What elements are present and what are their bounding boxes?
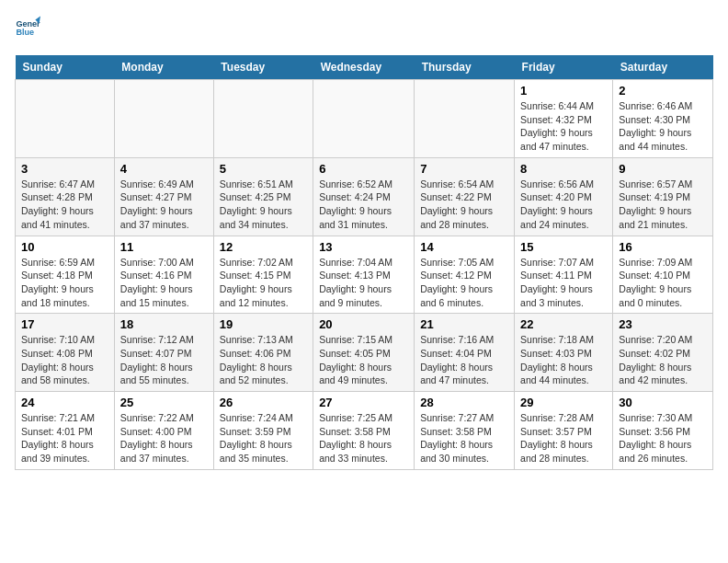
header-wednesday: Wednesday (313, 55, 415, 80)
logo-icon: General Blue (15, 15, 40, 40)
day-info: Sunrise: 6:52 AM Sunset: 4:24 PM Dayligh… (319, 178, 408, 232)
calendar-cell: 6Sunrise: 6:52 AM Sunset: 4:24 PM Daylig… (313, 157, 415, 236)
day-info: Sunrise: 6:54 AM Sunset: 4:22 PM Dayligh… (420, 178, 508, 232)
logo: General Blue (15, 15, 44, 40)
calendar-cell: 16Sunrise: 7:09 AM Sunset: 4:10 PM Dayli… (613, 236, 713, 314)
day-info: Sunrise: 7:25 AM Sunset: 3:58 PM Dayligh… (319, 411, 408, 465)
day-number: 7 (420, 162, 508, 176)
day-number: 4 (120, 162, 208, 176)
calendar-cell: 24Sunrise: 7:21 AM Sunset: 4:01 PM Dayli… (16, 392, 115, 470)
day-info: Sunrise: 7:16 AM Sunset: 4:04 PM Dayligh… (420, 333, 508, 387)
calendar-cell: 13Sunrise: 7:04 AM Sunset: 4:13 PM Dayli… (313, 236, 415, 314)
day-info: Sunrise: 7:10 AM Sunset: 4:08 PM Dayligh… (21, 333, 108, 387)
day-info: Sunrise: 6:49 AM Sunset: 4:27 PM Dayligh… (120, 178, 208, 232)
day-number: 16 (619, 240, 707, 254)
day-number: 14 (420, 240, 508, 254)
day-number: 27 (319, 396, 408, 409)
calendar-cell: 15Sunrise: 7:07 AM Sunset: 4:11 PM Dayli… (515, 236, 613, 314)
day-info: Sunrise: 6:56 AM Sunset: 4:20 PM Dayligh… (520, 178, 607, 232)
day-info: Sunrise: 7:02 AM Sunset: 4:15 PM Dayligh… (220, 256, 307, 310)
day-number: 28 (420, 396, 508, 409)
day-number: 15 (520, 240, 607, 254)
header-thursday: Thursday (415, 55, 515, 80)
day-number: 3 (21, 162, 108, 176)
day-number: 22 (520, 317, 607, 331)
calendar-cell: 26Sunrise: 7:24 AM Sunset: 3:59 PM Dayli… (213, 392, 313, 470)
day-info: Sunrise: 6:51 AM Sunset: 4:25 PM Dayligh… (220, 178, 307, 232)
calendar-cell (114, 80, 213, 158)
calendar-cell: 18Sunrise: 7:12 AM Sunset: 4:07 PM Dayli… (114, 314, 213, 392)
day-number: 29 (520, 396, 607, 409)
week-row-3: 17Sunrise: 7:10 AM Sunset: 4:08 PM Dayli… (16, 314, 713, 392)
day-info: Sunrise: 7:28 AM Sunset: 3:57 PM Dayligh… (520, 411, 607, 465)
calendar-cell: 3Sunrise: 6:47 AM Sunset: 4:28 PM Daylig… (16, 157, 115, 236)
calendar-cell (213, 80, 313, 158)
day-info: Sunrise: 7:18 AM Sunset: 4:03 PM Dayligh… (520, 333, 607, 387)
calendar-cell: 9Sunrise: 6:57 AM Sunset: 4:19 PM Daylig… (613, 157, 713, 236)
calendar-cell: 27Sunrise: 7:25 AM Sunset: 3:58 PM Dayli… (313, 392, 415, 470)
calendar-cell (16, 80, 115, 158)
calendar-cell (415, 80, 515, 158)
day-info: Sunrise: 6:57 AM Sunset: 4:19 PM Dayligh… (619, 178, 707, 232)
calendar-cell (313, 80, 415, 158)
week-row-1: 3Sunrise: 6:47 AM Sunset: 4:28 PM Daylig… (16, 157, 713, 236)
calendar-cell: 23Sunrise: 7:20 AM Sunset: 4:02 PM Dayli… (613, 314, 713, 392)
day-number: 11 (120, 240, 208, 254)
header-sunday: Sunday (16, 55, 115, 80)
calendar-cell: 8Sunrise: 6:56 AM Sunset: 4:20 PM Daylig… (515, 157, 613, 236)
day-number: 8 (520, 162, 607, 176)
week-row-2: 10Sunrise: 6:59 AM Sunset: 4:18 PM Dayli… (16, 236, 713, 314)
calendar-table: SundayMondayTuesdayWednesdayThursdayFrid… (15, 55, 713, 470)
day-number: 26 (220, 396, 307, 409)
calendar-cell: 2Sunrise: 6:46 AM Sunset: 4:30 PM Daylig… (613, 80, 713, 158)
calendar-cell: 29Sunrise: 7:28 AM Sunset: 3:57 PM Dayli… (515, 392, 613, 470)
header-monday: Monday (114, 55, 213, 80)
day-info: Sunrise: 7:22 AM Sunset: 4:00 PM Dayligh… (120, 411, 208, 465)
day-number: 30 (619, 396, 707, 409)
day-number: 24 (21, 396, 108, 409)
day-number: 12 (220, 240, 307, 254)
day-info: Sunrise: 7:09 AM Sunset: 4:10 PM Dayligh… (619, 256, 707, 310)
day-info: Sunrise: 7:24 AM Sunset: 3:59 PM Dayligh… (220, 411, 307, 465)
day-info: Sunrise: 6:44 AM Sunset: 4:32 PM Dayligh… (520, 99, 607, 154)
day-info: Sunrise: 7:30 AM Sunset: 3:56 PM Dayligh… (619, 411, 707, 465)
day-info: Sunrise: 7:04 AM Sunset: 4:13 PM Dayligh… (319, 256, 408, 310)
header-friday: Friday (515, 55, 613, 80)
week-row-4: 24Sunrise: 7:21 AM Sunset: 4:01 PM Dayli… (16, 392, 713, 470)
day-info: Sunrise: 7:07 AM Sunset: 4:11 PM Dayligh… (520, 256, 607, 310)
day-info: Sunrise: 6:59 AM Sunset: 4:18 PM Dayligh… (21, 256, 108, 310)
day-number: 1 (520, 84, 607, 98)
svg-text:Blue: Blue (16, 28, 34, 37)
calendar-cell: 10Sunrise: 6:59 AM Sunset: 4:18 PM Dayli… (16, 236, 115, 314)
calendar-cell: 25Sunrise: 7:22 AM Sunset: 4:00 PM Dayli… (114, 392, 213, 470)
day-number: 18 (120, 317, 208, 331)
calendar-cell: 22Sunrise: 7:18 AM Sunset: 4:03 PM Dayli… (515, 314, 613, 392)
calendar-cell: 14Sunrise: 7:05 AM Sunset: 4:12 PM Dayli… (415, 236, 515, 314)
calendar-cell: 20Sunrise: 7:15 AM Sunset: 4:05 PM Dayli… (313, 314, 415, 392)
day-info: Sunrise: 7:00 AM Sunset: 4:16 PM Dayligh… (120, 256, 208, 310)
day-number: 6 (319, 162, 408, 176)
calendar-cell: 1Sunrise: 6:44 AM Sunset: 4:32 PM Daylig… (515, 80, 613, 158)
day-info: Sunrise: 7:05 AM Sunset: 4:12 PM Dayligh… (420, 256, 508, 310)
calendar-cell: 12Sunrise: 7:02 AM Sunset: 4:15 PM Dayli… (213, 236, 313, 314)
day-number: 21 (420, 317, 508, 331)
calendar-cell: 7Sunrise: 6:54 AM Sunset: 4:22 PM Daylig… (415, 157, 515, 236)
day-info: Sunrise: 7:12 AM Sunset: 4:07 PM Dayligh… (120, 333, 208, 387)
day-info: Sunrise: 7:13 AM Sunset: 4:06 PM Dayligh… (220, 333, 307, 387)
calendar-cell: 11Sunrise: 7:00 AM Sunset: 4:16 PM Dayli… (114, 236, 213, 314)
calendar-cell: 30Sunrise: 7:30 AM Sunset: 3:56 PM Dayli… (613, 392, 713, 470)
day-number: 23 (619, 317, 707, 331)
day-info: Sunrise: 6:46 AM Sunset: 4:30 PM Dayligh… (619, 99, 707, 154)
day-info: Sunrise: 7:27 AM Sunset: 3:58 PM Dayligh… (420, 411, 508, 465)
day-info: Sunrise: 7:15 AM Sunset: 4:05 PM Dayligh… (319, 333, 408, 387)
calendar-cell: 17Sunrise: 7:10 AM Sunset: 4:08 PM Dayli… (16, 314, 115, 392)
calendar-cell: 19Sunrise: 7:13 AM Sunset: 4:06 PM Dayli… (213, 314, 313, 392)
day-info: Sunrise: 7:20 AM Sunset: 4:02 PM Dayligh… (619, 333, 707, 387)
day-number: 17 (21, 317, 108, 331)
day-number: 9 (619, 162, 707, 176)
top-bar: General Blue (15, 15, 713, 48)
header-saturday: Saturday (613, 55, 713, 80)
week-row-0: 1Sunrise: 6:44 AM Sunset: 4:32 PM Daylig… (16, 80, 713, 158)
day-number: 19 (220, 317, 307, 331)
header-tuesday: Tuesday (213, 55, 313, 80)
